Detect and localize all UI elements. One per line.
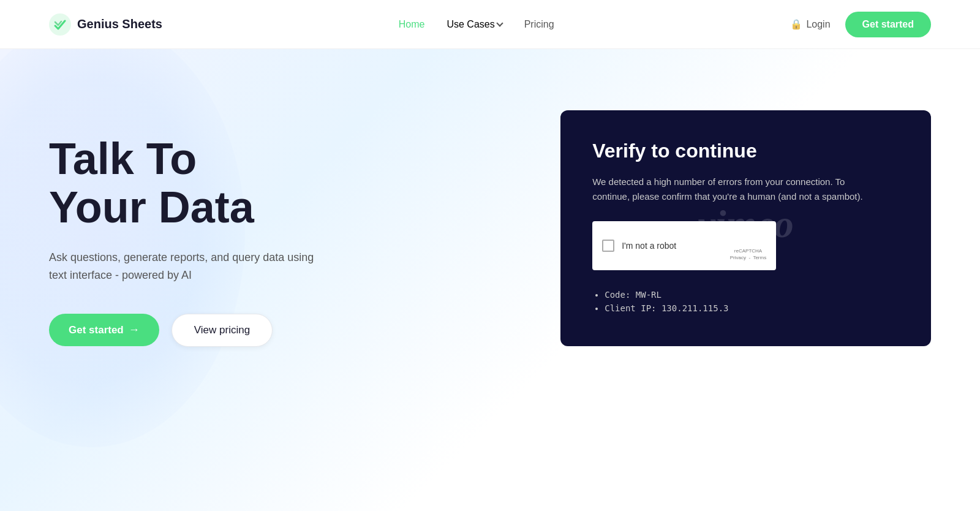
verify-description: We detected a high number of errors from… [592, 175, 874, 204]
hero-buttons: Get started → View pricing [49, 314, 441, 347]
view-pricing-button[interactable]: View pricing [172, 314, 273, 347]
recaptcha-box[interactable]: I'm not a robot ♻ reCAPTCHA Privacy - Te… [592, 221, 776, 270]
nav-pricing[interactable]: Pricing [524, 19, 554, 29]
login-link[interactable]: 🔒 Login [790, 18, 830, 30]
verify-info-list: Code: MW-RL Client IP: 130.211.115.3 [592, 290, 899, 313]
recaptcha-right: ♻ reCAPTCHA Privacy - Terms [730, 231, 766, 260]
nav-right: 🔒 Login Get started [790, 12, 931, 37]
lock-icon: 🔒 [790, 18, 802, 30]
recaptcha-checkbox[interactable] [602, 240, 614, 252]
verify-client-ip: Client IP: 130.211.115.3 [605, 303, 899, 313]
logo-icon [49, 13, 71, 36]
recaptcha-links: Privacy - Terms [730, 255, 766, 260]
recaptcha-brand: reCAPTCHA [734, 248, 762, 254]
verify-title: Verify to continue [592, 140, 899, 162]
hero-subtitle: Ask questions, generate reports, and que… [49, 249, 331, 284]
chevron-down-icon [496, 20, 503, 26]
nav-links: Home Use Cases Pricing [399, 19, 554, 30]
recaptcha-left: I'm not a robot [602, 240, 676, 252]
hero-right: vimeo Verify to continue We detected a h… [560, 110, 931, 346]
nav-use-cases[interactable]: Use Cases [447, 19, 502, 30]
verify-code: Code: MW-RL [605, 290, 899, 300]
recaptcha-logo-icon: ♻ [742, 231, 754, 247]
get-started-nav-button[interactable]: Get started [845, 12, 931, 37]
verify-card: vimeo Verify to continue We detected a h… [560, 110, 931, 346]
logo-text: Genius Sheets [77, 17, 162, 31]
recaptcha-label: I'm not a robot [622, 241, 676, 251]
navbar: Genius Sheets Home Use Cases Pricing 🔒 L… [0, 0, 980, 49]
hero-title: Talk To Your Data [49, 135, 441, 232]
get-started-hero-button[interactable]: Get started → [49, 314, 159, 346]
svg-point-0 [49, 13, 71, 36]
logo-link[interactable]: Genius Sheets [49, 13, 162, 36]
hero-section: Talk To Your Data Ask questions, generat… [0, 49, 980, 511]
hero-left: Talk To Your Data Ask questions, generat… [49, 98, 441, 347]
nav-home[interactable]: Home [399, 19, 425, 29]
arrow-right-icon: → [129, 324, 140, 336]
